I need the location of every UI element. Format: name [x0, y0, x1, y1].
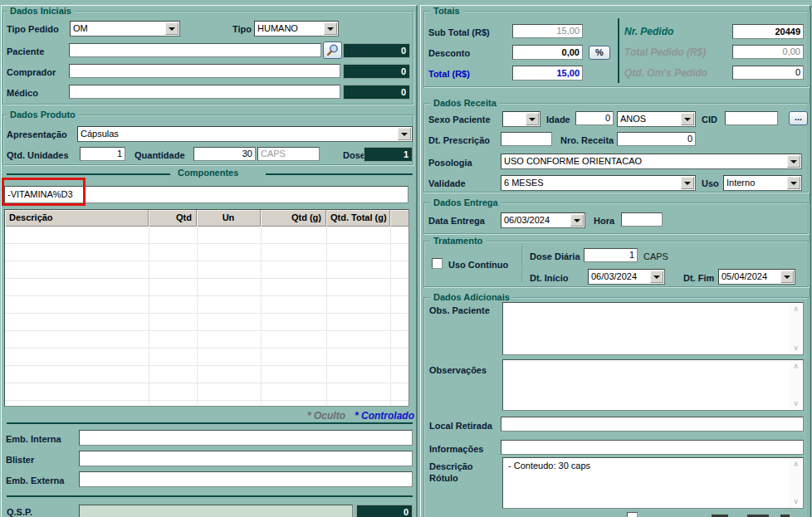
emb-interna-input[interactable] [79, 430, 413, 446]
dt-inicio-select[interactable]: 06/03/2024 [588, 269, 665, 285]
medico-input[interactable] [69, 85, 340, 99]
cid-input[interactable] [725, 111, 778, 125]
data-entrega-value[interactable]: 06/03/2024 [504, 214, 570, 227]
comprador-count-field: 0 [343, 64, 410, 79]
uso-value[interactable]: Interno [726, 177, 786, 189]
total-pedido-label: Total Pedido (R$) [624, 47, 706, 58]
dropdown-arrow-icon[interactable] [780, 271, 794, 283]
qtd-unidades-label: Qtd. Unidades [7, 150, 69, 161]
dt-fim-select[interactable]: 05/04/2024 [718, 269, 795, 285]
validade-value[interactable]: 6 MESES [504, 177, 680, 189]
qsp-count-field: 0 [356, 505, 413, 517]
descricao-rotulo-textarea[interactable]: - Conteudo: 30 caps ∧ ∨ [502, 457, 804, 509]
componentes-table[interactable]: Descrição Qtd Un Qtd (g) Qtd. Total (g) [4, 209, 409, 407]
blister-input[interactable] [79, 451, 413, 466]
scroll-up-icon[interactable]: ∧ [790, 305, 802, 313]
total-pedido-field: 0,00 [732, 45, 804, 59]
posologia-select[interactable]: USO CONFORME ORIENTACAO [501, 154, 802, 169]
emb-interna-label: Emb. Interna [6, 434, 61, 445]
idade-label: Idade [546, 115, 570, 125]
dropdown-arrow-icon[interactable] [398, 128, 411, 140]
idade-input[interactable]: 0 [575, 111, 614, 125]
idade-unit-value[interactable]: ANOS [620, 113, 680, 125]
obs-paciente-textarea[interactable]: ∧ ∨ [502, 302, 804, 355]
col-header-qtd[interactable]: Qtd [149, 210, 197, 227]
dt-inicio-value[interactable]: 06/03/2024 [591, 271, 649, 283]
sexo-paciente-select[interactable] [502, 111, 541, 127]
emb-externa-label: Emb. Externa [6, 476, 64, 486]
componentes-table-body[interactable] [5, 227, 408, 406]
nr-pedido-field[interactable]: 20449 [732, 24, 804, 39]
apresentacao-value[interactable]: Cápsulas [81, 128, 397, 140]
apresentacao-label: Apresentação [7, 129, 67, 140]
dropdown-arrow-icon[interactable] [570, 214, 584, 227]
tipo-value[interactable]: HUMANO [257, 22, 323, 35]
dropdown-arrow-icon[interactable] [526, 113, 539, 125]
validade-label: Validade [428, 178, 466, 189]
dropdown-arrow-icon[interactable] [787, 177, 800, 189]
observacoes-textarea[interactable]: ∧ ∨ [502, 359, 804, 411]
paciente-search-button[interactable] [323, 41, 342, 59]
quantidade-label: Quantidade [135, 150, 185, 161]
col-header-qtd-total-g[interactable]: Qtd. Total (g) [326, 210, 390, 227]
percent-button[interactable]: % [589, 46, 610, 60]
dropdown-arrow-icon[interactable] [681, 113, 694, 125]
partial-checkbox[interactable] [627, 512, 638, 517]
qsp-label: Q.S.P. [7, 507, 32, 517]
qtd-oms-pedido-field: 0 [732, 66, 804, 80]
scroll-up-icon[interactable]: ∧ [790, 461, 802, 468]
posologia-value[interactable]: USO CONFORME ORIENTACAO [504, 155, 786, 168]
group-title-totais: Totais [430, 6, 463, 17]
col-header-empty [390, 210, 408, 227]
cid-lookup-button[interactable]: ... [789, 111, 808, 125]
col-header-descricao[interactable]: Descrição [5, 210, 149, 227]
desconto-input[interactable]: 0,00 [512, 45, 583, 60]
dropdown-arrow-icon[interactable] [787, 155, 800, 168]
scroll-down-icon[interactable]: ∨ [790, 400, 802, 407]
scroll-up-icon[interactable]: ∧ [790, 363, 802, 370]
table-gridline [149, 227, 149, 405]
sexo-paciente-value[interactable] [506, 113, 525, 125]
scrollbar[interactable]: ∧ ∨ [790, 304, 802, 354]
scrollbar[interactable]: ∧ ∨ [790, 361, 802, 409]
uso-select[interactable]: Interno [723, 175, 802, 191]
qtd-unidades-input[interactable]: 1 [80, 147, 125, 161]
data-entrega-select[interactable]: 06/03/2024 [501, 212, 585, 228]
tipo-pedido-select[interactable]: OM [70, 21, 180, 37]
validade-select[interactable]: 6 MESES [501, 175, 696, 191]
scroll-down-icon[interactable]: ∨ [790, 344, 802, 352]
qsp-field [79, 505, 353, 517]
apresentacao-select[interactable]: Cápsulas [77, 126, 413, 142]
hora-input[interactable] [621, 212, 663, 227]
dt-prescricao-input[interactable] [501, 132, 552, 146]
col-header-un[interactable]: Un [197, 210, 261, 227]
tipo-label: Tipo [232, 24, 252, 35]
col-header-qtd-g[interactable]: Qtd (g) [261, 210, 326, 227]
desconto-label: Desconto [428, 48, 470, 59]
total-label: Total (R$) [428, 69, 470, 80]
table-gridline [390, 227, 391, 405]
idade-unit-select[interactable]: ANOS [617, 111, 696, 127]
dt-fim-value[interactable]: 05/04/2024 [722, 271, 780, 283]
tipo-select[interactable]: HUMANO [254, 21, 339, 37]
data-entrega-label: Data Entrega [428, 216, 485, 227]
comprador-input[interactable] [69, 64, 340, 78]
local-retirada-input[interactable] [501, 417, 804, 432]
emb-externa-input[interactable] [79, 471, 413, 487]
dose-diaria-input[interactable]: 1 [584, 248, 638, 262]
nro-receita-input[interactable]: 0 [617, 132, 696, 146]
quantidade-input[interactable]: 30 [193, 147, 256, 161]
scroll-down-icon[interactable]: ∨ [790, 498, 802, 505]
dropdown-arrow-icon[interactable] [324, 22, 337, 35]
observacoes-label: Observações [429, 365, 487, 376]
dropdown-arrow-icon[interactable] [165, 22, 179, 35]
paciente-input[interactable] [69, 43, 321, 57]
informacoes-input[interactable] [501, 440, 804, 455]
uso-continuo-checkbox[interactable] [432, 258, 443, 269]
dropdown-arrow-icon[interactable] [650, 271, 663, 283]
legend-controlado: * Controlado [355, 411, 414, 422]
scrollbar[interactable]: ∧ ∨ [790, 459, 802, 507]
dropdown-arrow-icon[interactable] [681, 177, 694, 189]
tipo-pedido-value[interactable]: OM [73, 22, 164, 35]
medico-count-field: 0 [343, 85, 410, 100]
